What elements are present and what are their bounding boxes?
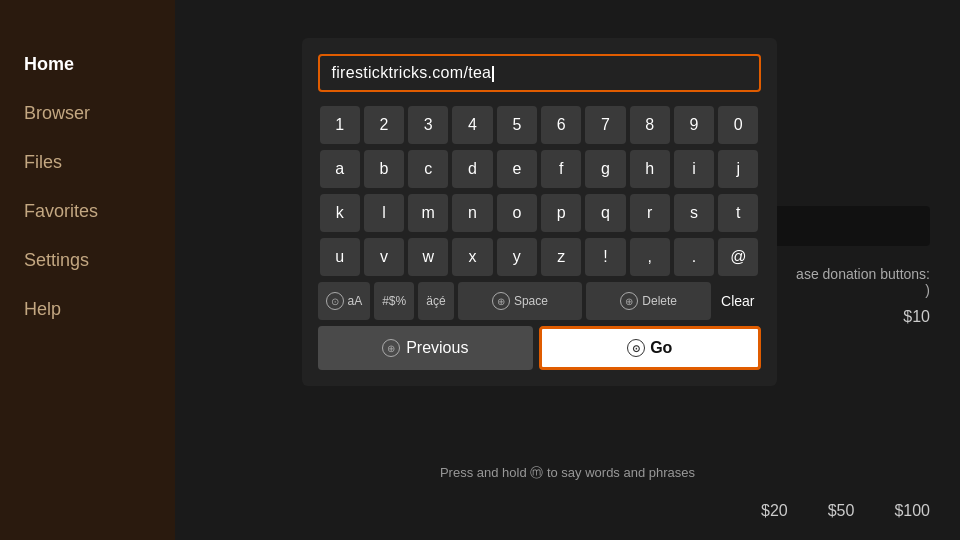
donation-text: ase donation buttons: ) [796, 266, 930, 298]
key-8[interactable]: 8 [630, 106, 670, 144]
key-w[interactable]: w [408, 238, 448, 276]
main-content: ase donation buttons: ) $10 firesticktri… [175, 0, 960, 540]
sidebar-item-settings[interactable]: Settings [0, 236, 175, 285]
key-row-aj: a b c d e f g h i j [318, 150, 761, 188]
key-v[interactable]: v [364, 238, 404, 276]
key-comma[interactable]: , [630, 238, 670, 276]
keyboard-overlay: firesticktricks.com/tea 1 2 3 4 5 6 7 8 … [302, 38, 777, 386]
url-input-text: firesticktricks.com/tea [332, 64, 492, 81]
amount-100: $100 [894, 502, 930, 520]
key-l[interactable]: l [364, 194, 404, 232]
key-at[interactable]: @ [718, 238, 758, 276]
sidebar-item-help[interactable]: Help [0, 285, 175, 334]
key-5[interactable]: 5 [497, 106, 537, 144]
amount-20: $20 [761, 502, 788, 520]
sidebar-item-files[interactable]: Files [0, 138, 175, 187]
key-x[interactable]: x [452, 238, 492, 276]
go-icon: ⊙ [627, 339, 645, 357]
circle-icon-delete: ⊕ [620, 292, 638, 310]
key-y[interactable]: y [497, 238, 537, 276]
prev-icon: ⊕ [382, 339, 400, 357]
key-i[interactable]: i [674, 150, 714, 188]
key-clear[interactable]: Clear [715, 282, 760, 320]
key-h[interactable]: h [630, 150, 670, 188]
sidebar-item-favorites[interactable]: Favorites [0, 187, 175, 236]
key-3[interactable]: 3 [408, 106, 448, 144]
key-0[interactable]: 0 [718, 106, 758, 144]
key-g[interactable]: g [585, 150, 625, 188]
key-s[interactable]: s [674, 194, 714, 232]
bottom-donation-row: $20 $50 $100 [761, 502, 930, 520]
donation-amounts-row1: $10 [903, 308, 930, 326]
press-hold-text: Press and hold ⓜ to say words and phrase… [440, 464, 695, 482]
key-symbols[interactable]: #$% [374, 282, 414, 320]
circle-icon: ⊙ [326, 292, 344, 310]
key-t[interactable]: t [718, 194, 758, 232]
key-2[interactable]: 2 [364, 106, 404, 144]
key-1[interactable]: 1 [320, 106, 360, 144]
key-b[interactable]: b [364, 150, 404, 188]
key-p[interactable]: p [541, 194, 581, 232]
amount-10: $10 [903, 308, 930, 326]
key-f[interactable]: f [541, 150, 581, 188]
sidebar-item-home[interactable]: Home [0, 40, 175, 89]
special-row: ⊙ aA #$% äçé ⊕ Space ⊕ Delete [318, 282, 761, 320]
key-z[interactable]: z [541, 238, 581, 276]
url-input-container[interactable]: firesticktricks.com/tea [318, 54, 761, 92]
key-e[interactable]: e [497, 150, 537, 188]
key-n[interactable]: n [452, 194, 492, 232]
go-button[interactable]: ⊙ Go [539, 326, 761, 370]
key-j[interactable]: j [718, 150, 758, 188]
key-a[interactable]: a [320, 150, 360, 188]
key-case-toggle[interactable]: ⊙ aA [318, 282, 371, 320]
key-row-kt: k l m n o p q r s t [318, 194, 761, 232]
key-u[interactable]: u [320, 238, 360, 276]
key-space[interactable]: ⊕ Space [458, 282, 583, 320]
key-exclaim[interactable]: ! [585, 238, 625, 276]
key-q[interactable]: q [585, 194, 625, 232]
cursor [492, 66, 494, 82]
sidebar-item-browser[interactable]: Browser [0, 89, 175, 138]
key-7[interactable]: 7 [585, 106, 625, 144]
key-period[interactable]: . [674, 238, 714, 276]
key-delete[interactable]: ⊕ Delete [586, 282, 711, 320]
nav-row: ⊕ Previous ⊙ Go [318, 326, 761, 370]
key-r[interactable]: r [630, 194, 670, 232]
key-d[interactable]: d [452, 150, 492, 188]
key-row-u-at: u v w x y z ! , . @ [318, 238, 761, 276]
keyboard: 1 2 3 4 5 6 7 8 9 0 a b c d e f g h [318, 106, 761, 370]
key-4[interactable]: 4 [452, 106, 492, 144]
key-c[interactable]: c [408, 150, 448, 188]
key-accents[interactable]: äçé [418, 282, 453, 320]
key-row-numbers: 1 2 3 4 5 6 7 8 9 0 [318, 106, 761, 144]
prev-button[interactable]: ⊕ Previous [318, 326, 534, 370]
key-6[interactable]: 6 [541, 106, 581, 144]
amount-50: $50 [828, 502, 855, 520]
circle-icon-space: ⊕ [492, 292, 510, 310]
key-k[interactable]: k [320, 194, 360, 232]
key-9[interactable]: 9 [674, 106, 714, 144]
key-m[interactable]: m [408, 194, 448, 232]
key-o[interactable]: o [497, 194, 537, 232]
sidebar: Home Browser Files Favorites Settings He… [0, 0, 175, 540]
